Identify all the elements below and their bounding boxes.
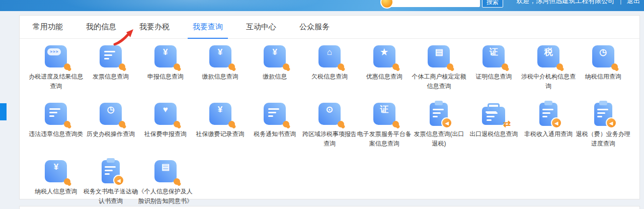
icon-glyph: ◷ <box>592 47 614 57</box>
magnifier-icon <box>228 63 235 70</box>
query-service-icon: ★ <box>373 45 395 67</box>
query-service-icon <box>45 103 67 125</box>
magnifier-icon <box>119 121 125 127</box>
service-label: 违法违章信息查询类 <box>29 129 84 139</box>
magnifier-icon <box>283 121 289 127</box>
service-label: 发票信息查询(出口退税) <box>412 129 466 148</box>
side-drawer-handle[interactable] <box>0 103 7 120</box>
service-label: 缴款信息查询 <box>193 72 248 82</box>
document-lines-icon <box>105 166 116 175</box>
tab-label: 我的信息 <box>86 22 116 31</box>
tab-tax-handling[interactable]: 我要办税 <box>134 16 175 39</box>
service-tile[interactable]: 证 电子发票服务平台备案信息查询 <box>357 103 412 148</box>
magnifier-icon <box>64 178 70 185</box>
service-tile[interactable]: ▤ 个体工商户核定定额信息查询 <box>412 45 466 91</box>
service-tile[interactable]: ♥ 社保费申报查询 <box>138 103 193 139</box>
services-grid: >>> 办税进度及结果信息查询 发票信息查询 ¥ 申报信息查询 ¥ 缴款信息查询… <box>20 39 639 209</box>
query-service-icon <box>102 160 120 183</box>
query-service-icon: >>> <box>45 45 67 67</box>
magnifier-icon <box>228 121 235 127</box>
service-tile[interactable]: 发票信息查询 <box>84 45 138 82</box>
document-lines-icon <box>597 109 608 117</box>
icon-glyph: ◷ <box>100 105 122 115</box>
welcome-bar: 欢迎，漯河恒迅建筑工程有限公司｜退出 <box>516 0 640 6</box>
tab-label: 我要查询 <box>193 22 223 31</box>
service-tile[interactable]: ⊙ 跨区域涉税事项报告查询 <box>302 103 357 148</box>
service-tile[interactable]: ◷ 纳税信用查询 <box>576 45 630 82</box>
search-ball-icon <box>380 0 393 9</box>
document-lines-icon <box>268 108 279 117</box>
tab-my-information[interactable]: 我的信息 <box>81 16 121 39</box>
icon-glyph: ⊙ <box>318 105 341 115</box>
service-tile[interactable]: 税 涉税中介机构信息查询 <box>521 45 576 91</box>
icon-glyph: ♥ <box>154 105 177 115</box>
tab-public-service[interactable]: 公众服务 <box>294 16 335 39</box>
service-tile[interactable]: 税务文书电子送达确认书查询 <box>84 160 138 205</box>
tab-label: 互动中心 <box>246 22 276 31</box>
icon-glyph: ¥ <box>45 162 67 172</box>
lower-panel <box>19 206 640 209</box>
document-lines-icon <box>487 112 498 121</box>
magnifier-icon <box>392 121 399 127</box>
service-label: 税务通知书查询 <box>248 129 302 139</box>
query-service-icon <box>482 107 505 125</box>
service-tile[interactable]: >>> 办税进度及结果信息查询 <box>29 45 84 91</box>
service-tile[interactable]: ¥ 纳税人信息查询 <box>29 160 84 196</box>
service-tile[interactable]: ⌂ 欠税信息查询 <box>302 45 357 82</box>
tab-label: 我要办税 <box>139 22 170 31</box>
icon-glyph: ▤ <box>428 47 450 57</box>
service-tile[interactable]: 违法违章信息查询类 <box>29 103 84 139</box>
tab-tax-query[interactable]: 我要查询 <box>188 16 228 39</box>
icon-glyph: ★ <box>373 47 395 57</box>
service-tile[interactable]: ◷ 历史办税操作查询 <box>84 103 138 139</box>
tab-label: 常用功能 <box>33 22 63 31</box>
tab-interaction-center[interactable]: 互动中心 <box>241 16 281 39</box>
magnifier-icon <box>174 178 180 185</box>
query-service-icon: ¥ <box>264 45 286 67</box>
welcome-divider: ｜ <box>617 0 624 5</box>
service-label: 跨区域涉税事项报告查询 <box>302 129 357 148</box>
service-tile[interactable]: ¥ 缴款信息查询 <box>193 45 248 82</box>
service-label: 涉税中介机构信息查询 <box>521 72 576 91</box>
query-service-icon: ¥ <box>154 45 177 67</box>
query-service-icon: ¥ <box>209 103 231 125</box>
query-service-icon: ◷ <box>592 45 614 67</box>
service-tile[interactable]: 退税（费）业务办理进度查询 <box>576 103 630 148</box>
query-service-icon: 税 <box>537 45 559 67</box>
service-tile[interactable]: 非税收入通用查询 <box>521 103 576 139</box>
logout-link[interactable]: 退出 <box>627 0 640 5</box>
query-service-icon: 证 <box>482 45 505 67</box>
icon-glyph: ¥ <box>209 105 231 115</box>
magnifier-icon <box>64 63 70 70</box>
search-input[interactable] <box>388 0 480 7</box>
magnifier-icon <box>556 63 563 70</box>
service-tile[interactable]: ★ 优惠信息查询 <box>357 45 412 82</box>
service-tile[interactable]: 出口退税信息查询 <box>466 103 521 139</box>
tab-common-functions[interactable]: 常用功能 <box>28 16 68 39</box>
service-label: 证明信息查询 <box>466 72 521 82</box>
document-lines-icon <box>542 109 553 117</box>
service-tile[interactable]: 证 证明信息查询 <box>466 45 521 82</box>
service-label: 申报信息查询 <box>138 72 193 82</box>
service-tile[interactable]: 发票信息查询(出口退税) <box>412 103 466 148</box>
query-service-icon: ♥ <box>154 103 177 125</box>
service-label: 个体工商户核定定额信息查询 <box>412 72 466 91</box>
icon-glyph: 证 <box>482 47 505 57</box>
search-button[interactable]: 搜索 <box>482 0 503 8</box>
service-tile[interactable]: ¥ 缴款信息 <box>248 45 302 82</box>
welcome-text: 欢迎，漯河恒迅建筑工程有限公司 <box>516 0 614 5</box>
service-label: 纳税信用查询 <box>576 72 630 82</box>
service-label: 电子发票服务平台备案信息查询 <box>357 129 412 148</box>
service-tile[interactable]: 税务通知书查询 <box>248 103 302 139</box>
query-service-icon <box>100 45 122 67</box>
query-service-icon: ¥ <box>45 160 67 182</box>
icon-glyph: ▤ <box>154 162 177 172</box>
tab-bar: 常用功能 我的信息 我要办税 我要查询 互动中心 公众服务 <box>20 16 639 39</box>
service-tile[interactable]: ▤ 《个人信息保护及人脸识别告知同意书》查询 <box>138 160 193 209</box>
service-label: 历史办税操作查询 <box>84 129 138 139</box>
query-service-icon <box>264 103 286 125</box>
magnifier-icon <box>119 63 125 70</box>
icon-glyph: ⌂ <box>318 47 341 57</box>
service-tile[interactable]: ¥ 社保缴费记录查询 <box>193 103 248 139</box>
service-tile[interactable]: ¥ 申报信息查询 <box>138 45 193 82</box>
